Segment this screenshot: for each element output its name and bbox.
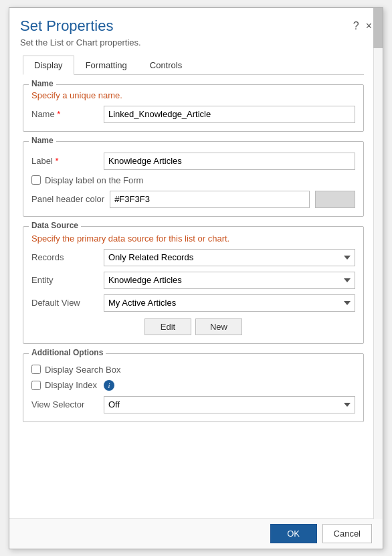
label-required: *: [55, 156, 58, 166]
tab-controls[interactable]: Controls: [138, 56, 193, 75]
display-search-box-checkbox[interactable]: [31, 365, 41, 374]
panel-header-row: Panel header color: [31, 191, 355, 208]
dialog-footer: OK Cancel: [9, 518, 383, 549]
display-index-info-icon[interactable]: i: [104, 380, 114, 391]
scrollbar-track[interactable]: [373, 8, 383, 519]
display-index-row: Display Index i: [31, 380, 355, 391]
additional-options-fieldset: Additional Options Display Search Box Di…: [23, 353, 364, 422]
display-index-label: Display Index: [45, 380, 97, 390]
entity-row: Entity Knowledge Articles: [31, 272, 355, 289]
display-search-box-label: Display Search Box: [45, 365, 120, 375]
name-fieldset-2: Name Label * Display label on the Form P…: [23, 141, 364, 217]
panel-header-label: Panel header color: [31, 194, 104, 204]
dialog-actions: ? ×: [353, 20, 372, 32]
dialog-subtitle: Set the List or Chart properties.: [20, 37, 353, 48]
color-swatch[interactable]: [315, 191, 355, 208]
data-source-description: Specify the primary data source for this…: [31, 234, 355, 244]
new-button[interactable]: New: [195, 318, 242, 335]
data-source-legend: Data Source: [29, 221, 81, 230]
display-index-checkbox[interactable]: [31, 381, 41, 390]
tabs-bar: Display Formatting Controls: [23, 56, 364, 75]
display-search-box-row: Display Search Box: [31, 365, 355, 375]
tab-formatting[interactable]: Formatting: [74, 56, 138, 75]
label-label: Label *: [31, 156, 98, 166]
dialog-title-section: Set Properties Set the List or Chart pro…: [20, 17, 353, 48]
help-icon[interactable]: ?: [353, 20, 359, 32]
close-icon[interactable]: ×: [366, 20, 372, 32]
view-selector-select[interactable]: Off On Show All Views Show Selected View…: [104, 396, 355, 413]
entity-select[interactable]: Knowledge Articles: [104, 272, 355, 289]
name-input[interactable]: [104, 106, 355, 123]
records-row: Records Only Related Records All Records: [31, 249, 355, 266]
view-selector-row: View Selector Off On Show All Views Show…: [31, 396, 355, 413]
panel-header-input[interactable]: [110, 191, 310, 208]
name-legend-2: Name: [29, 136, 56, 145]
default-view-label: Default View: [31, 298, 98, 308]
dialog-body: Display Formatting Controls Name Specify…: [9, 50, 383, 518]
specify-unique-text: Specify a unique name.: [31, 90, 355, 100]
display-label-row: Display label on the Form: [31, 175, 355, 185]
name-fieldset-1: Name Specify a unique name. Name *: [23, 84, 364, 132]
label-field-row: Label *: [31, 153, 355, 170]
records-select[interactable]: Only Related Records All Records: [104, 249, 355, 266]
name-field-row: Name *: [31, 106, 355, 123]
dialog-title: Set Properties: [20, 17, 353, 35]
dialog-header: Set Properties Set the List or Chart pro…: [9, 8, 383, 50]
name-label: Name *: [31, 109, 98, 119]
scrollbar-thumb[interactable]: [373, 8, 383, 48]
name-legend-1: Name: [29, 79, 56, 88]
cancel-button[interactable]: Cancel: [322, 524, 372, 543]
edit-button[interactable]: Edit: [144, 318, 191, 335]
default-view-row: Default View My Active Articles Active A…: [31, 294, 355, 312]
records-label: Records: [31, 252, 98, 262]
data-source-fieldset: Data Source Specify the primary data sou…: [23, 226, 364, 344]
edit-new-buttons-row: Edit New: [31, 318, 355, 335]
view-selector-label: View Selector: [31, 399, 98, 409]
entity-label: Entity: [31, 275, 98, 285]
default-view-select[interactable]: My Active Articles Active Articles All A…: [104, 294, 355, 312]
name-required: *: [57, 109, 60, 119]
additional-options-legend: Additional Options: [29, 348, 106, 357]
label-input[interactable]: [104, 153, 355, 170]
ok-button[interactable]: OK: [270, 524, 317, 543]
set-properties-dialog: Set Properties Set the List or Chart pro…: [9, 7, 383, 549]
tab-display[interactable]: Display: [23, 56, 74, 75]
display-label-text: Display label on the Form: [45, 175, 143, 185]
display-label-checkbox[interactable]: [31, 175, 41, 185]
